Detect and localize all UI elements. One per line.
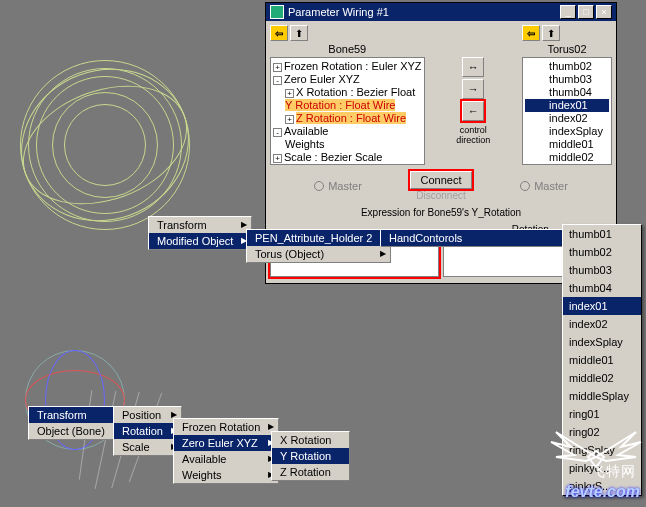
menu-pen-attribute-holder[interactable]: PEN_Attribute_Holder 2 xyxy=(247,230,390,246)
context-menu-level1: Transform Modified Object xyxy=(148,216,252,250)
tree-node[interactable]: +Z Rotation : Float Wire xyxy=(273,112,422,125)
tree-node[interactable]: +Scale : Bezier Scale xyxy=(273,151,422,164)
submenu-item[interactable]: index01 xyxy=(563,297,641,315)
tree-node[interactable]: Weights xyxy=(273,138,422,151)
tree-node[interactable]: ject (Bone) xyxy=(273,164,422,165)
submenu-item[interactable]: middle01 xyxy=(563,351,641,369)
dialog-title: Parameter Wiring #1 xyxy=(288,6,389,18)
tree-node[interactable]: index02 xyxy=(525,112,609,125)
tree-node[interactable]: Y Rotation : Float Wire xyxy=(273,99,422,112)
expression-label: Expression for Bone59's Y_Rotation xyxy=(266,203,616,222)
tree-node[interactable]: +Frozen Rotation : Euler XYZ xyxy=(273,60,422,73)
menu-torus-object[interactable]: Torus (Object) xyxy=(247,246,390,262)
submenu-item[interactable]: thumb01 xyxy=(563,225,641,243)
watermark-text-cn: 飞特网 xyxy=(591,463,636,481)
menu-modified-object[interactable]: Modified Object xyxy=(149,233,251,249)
submenu-item[interactable]: ringSplay xyxy=(563,441,641,459)
submenu-item[interactable]: thumb02 xyxy=(563,243,641,261)
disconnect-button[interactable]: Disconnect xyxy=(406,190,476,201)
bottom-menu-col1: TransformObject (Bone) xyxy=(28,406,124,440)
menu-item[interactable]: Rotation xyxy=(114,423,181,439)
master-right-radio[interactable]: Master xyxy=(476,180,612,192)
menu-item[interactable]: Scale xyxy=(114,439,181,455)
menu-item[interactable]: Z Rotation xyxy=(272,464,349,480)
menu-item[interactable]: Frozen Rotation xyxy=(174,419,278,435)
connect-button[interactable]: Connect xyxy=(410,171,472,189)
maximize-button[interactable]: □ xyxy=(578,5,594,19)
dir-right-button[interactable]: → xyxy=(462,79,484,99)
nav-back-left[interactable]: ⇦ xyxy=(270,25,288,41)
menu-item[interactable]: Y Rotation xyxy=(272,448,349,464)
nav-back-right[interactable]: ⇦ xyxy=(522,25,540,41)
nav-up-left[interactable]: ⬆ xyxy=(290,25,308,41)
submenu-item[interactable]: thumb04 xyxy=(563,279,641,297)
tree-node[interactable]: middle01 xyxy=(525,138,609,151)
menu-transform[interactable]: Transform xyxy=(149,217,251,233)
tree-node[interactable]: middle02 xyxy=(525,151,609,164)
dialog-titlebar[interactable]: Parameter Wiring #1 _ □ × xyxy=(266,3,616,21)
nav-up-right[interactable]: ⬆ xyxy=(542,25,560,41)
menu-item[interactable]: X Rotation xyxy=(272,432,349,448)
context-menu-level2: PEN_Attribute_Holder 2 Torus (Object) xyxy=(246,229,391,263)
tree-node[interactable]: -Zero Euler XYZ xyxy=(273,73,422,86)
submenu-item[interactable]: index02 xyxy=(563,315,641,333)
context-menu-level3: HandContorols xyxy=(380,229,573,247)
tree-node[interactable]: thumb03 xyxy=(525,73,609,86)
submenu-item[interactable]: thumb03 xyxy=(563,261,641,279)
menu-item[interactable]: Weights xyxy=(174,467,278,483)
menu-item[interactable]: Object (Bone) xyxy=(29,423,123,439)
right-param-tree[interactable]: thumb02thumb03thumb04index01index02index… xyxy=(522,57,612,165)
right-node-label: Torus02 xyxy=(522,43,612,55)
minimize-button[interactable]: _ xyxy=(560,5,576,19)
submenu-item[interactable]: ring01 xyxy=(563,405,641,423)
bottom-menu-col2: PositionRotationScale xyxy=(113,406,182,456)
tree-node[interactable]: thumb02 xyxy=(525,60,609,73)
submenu-item[interactable]: ring02 xyxy=(563,423,641,441)
menu-handcontrols[interactable]: HandContorols xyxy=(381,230,572,246)
left-node-label: Bone59 xyxy=(270,43,425,55)
menu-item[interactable]: Available xyxy=(174,451,278,467)
dir-left-button[interactable]: ← xyxy=(462,101,484,121)
viewport-torus-wireframe xyxy=(20,60,190,230)
bottom-menu-col3: Frozen RotationZero Euler XYZAvailableWe… xyxy=(173,418,279,484)
handcontrols-submenu: thumb01thumb02thumb03thumb04index01index… xyxy=(562,224,642,496)
menu-item[interactable]: Zero Euler XYZ xyxy=(174,435,278,451)
menu-item[interactable]: Transform xyxy=(29,407,123,423)
tree-node[interactable]: thumb04 xyxy=(525,86,609,99)
bottom-menu-col4: X RotationY RotationZ Rotation xyxy=(271,431,350,481)
left-param-tree[interactable]: +Frozen Rotation : Euler XYZ-Zero Euler … xyxy=(270,57,425,165)
submenu-item[interactable]: indexSplay xyxy=(563,333,641,351)
tree-node[interactable]: middleSplay xyxy=(525,164,609,165)
tree-node[interactable]: indexSplay xyxy=(525,125,609,138)
control-direction-label: controldirection xyxy=(456,125,490,145)
tree-node[interactable]: index01 xyxy=(525,99,609,112)
dir-both-button[interactable]: ↔ xyxy=(462,57,484,77)
submenu-item[interactable]: middleSplay xyxy=(563,387,641,405)
submenu-item[interactable]: middle02 xyxy=(563,369,641,387)
dialog-icon xyxy=(270,5,284,19)
menu-item[interactable]: Position xyxy=(114,407,181,423)
close-button[interactable]: × xyxy=(596,5,612,19)
tree-node[interactable]: -Available xyxy=(273,125,422,138)
tree-node[interactable]: +X Rotation : Bezier Float xyxy=(273,86,422,99)
master-left-radio[interactable]: Master xyxy=(270,180,406,192)
